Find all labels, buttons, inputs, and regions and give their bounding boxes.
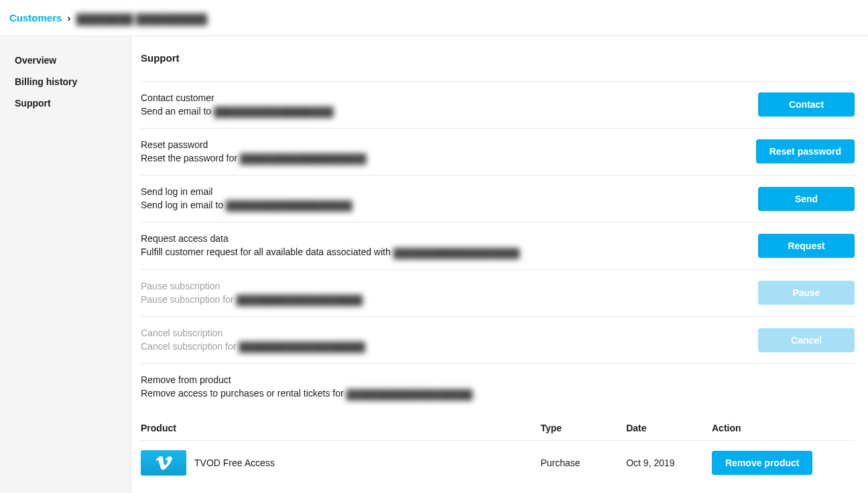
vimeo-icon <box>141 450 186 476</box>
table-header-action: Action <box>712 416 855 441</box>
cancel-desc: Cancel subscription for ████████████████… <box>141 341 745 352</box>
remove-title: Remove from product <box>141 374 855 385</box>
table-header-type: Type <box>540 416 626 441</box>
sidebar-item-support[interactable]: Support <box>0 92 131 114</box>
reset-title: Reset password <box>141 139 743 150</box>
login-email-title: Send log in email <box>141 186 745 197</box>
pause-title: Pause subscription <box>141 281 745 291</box>
reset-desc: Reset the password for █████████████████… <box>141 153 743 164</box>
table-row: TVOD Free Access Purchase Oct 9, 2019 Re… <box>141 440 855 485</box>
login-email-desc: Send log in email to ███████████████████ <box>141 200 745 211</box>
page-title: Support <box>141 52 855 64</box>
table-header-date: Date <box>626 416 712 441</box>
contact-title: Contact customer <box>141 92 745 103</box>
sidebar: Overview Billing history Support <box>0 36 131 493</box>
pause-subscription-button: Pause <box>758 281 855 305</box>
section-remove-from-product: Remove from product Remove access to pur… <box>141 363 855 484</box>
sidebar-item-overview[interactable]: Overview <box>0 50 131 71</box>
content: Support Contact customer Send an email t… <box>131 36 868 493</box>
cancel-title: Cancel subscription <box>141 328 745 338</box>
product-type: Purchase <box>540 440 626 485</box>
request-data-desc: Fulfill customer request for all availab… <box>141 246 745 258</box>
product-table: Product Type Date Action TV <box>141 416 855 485</box>
section-contact-customer: Contact customer Send an email to ██████… <box>141 81 855 128</box>
section-cancel-subscription: Cancel subscription Cancel subscription … <box>141 316 855 363</box>
contact-desc: Send an email to ██████████████████ <box>141 106 745 117</box>
sidebar-item-billing-history[interactable]: Billing history <box>0 71 131 92</box>
remove-product-button[interactable]: Remove product <box>712 451 812 475</box>
remove-desc: Remove access to purchases or rental tic… <box>141 388 855 399</box>
table-header-product: Product <box>141 416 540 441</box>
section-reset-password: Reset password Reset the password for ██… <box>141 128 855 175</box>
request-data-button[interactable]: Request <box>758 234 855 258</box>
contact-button[interactable]: Contact <box>758 92 855 117</box>
section-request-access-data: Request access data Fulfill customer req… <box>141 222 855 269</box>
breadcrumb-current: ████████ ██████████ <box>76 13 207 25</box>
product-name: TVOD Free Access <box>194 457 275 468</box>
cancel-subscription-button: Cancel <box>758 328 855 352</box>
breadcrumb-root-link[interactable]: Customers <box>9 12 62 23</box>
reset-password-button[interactable]: Reset password <box>756 139 855 163</box>
breadcrumb: Customers › ████████ ██████████ <box>0 0 868 36</box>
pause-desc: Pause subscription for █████████████████… <box>141 294 745 305</box>
product-date: Oct 9, 2019 <box>626 440 712 485</box>
section-pause-subscription: Pause subscription Pause subscription fo… <box>141 269 855 316</box>
request-data-title: Request access data <box>141 233 745 244</box>
section-send-login-email: Send log in email Send log in email to █… <box>141 175 855 222</box>
breadcrumb-separator: › <box>68 12 71 23</box>
send-login-email-button[interactable]: Send <box>758 187 855 211</box>
